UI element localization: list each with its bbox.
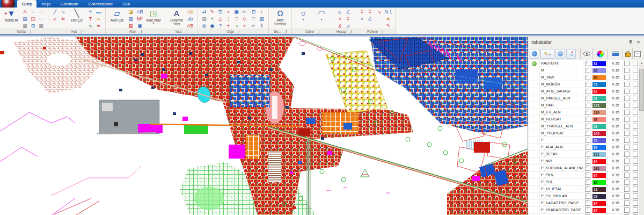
- lineweight-value[interactable]: 0.15: [608, 193, 623, 199]
- layer-row-m-yazi[interactable]: M_YAZI850.15: [529, 74, 643, 81]
- lock-icon[interactable]: [623, 48, 632, 59]
- visibility-checkbox[interactable]: [583, 179, 592, 185]
- color-swatch[interactable]: 73: [592, 81, 608, 88]
- visibility-checkbox[interactable]: [583, 200, 592, 206]
- ribbon-tool-icon[interactable]: ‡: [344, 16, 352, 23]
- layer-row-p-ada-aln[interactable]: P_ADA_ALN890.15: [529, 144, 643, 151]
- ribbon-tool-icon[interactable]: ≋: [59, 16, 67, 23]
- lock-checkbox[interactable]: [623, 137, 631, 144]
- tab-kli-e[interactable]: Klişe: [36, 0, 55, 8]
- visibility-checkbox[interactable]: [583, 158, 592, 164]
- layer-row-p-ykadastro-pasif[interactable]: P_YKADASTRO_PASIF840.15: [529, 207, 643, 214]
- color-swatch[interactable]: 28: [592, 193, 608, 199]
- visibility-checkbox[interactable]: [583, 172, 592, 178]
- layer-row-p-pkn[interactable]: P_PKN840.15: [529, 172, 643, 179]
- lineweight-value[interactable]: 0.15: [608, 95, 623, 102]
- hat-iz-button[interactable]: ╲Hat Çiz: [68, 9, 85, 22]
- layer-row-m-m-r-r[interactable]: M_MÜRÜR730.15: [529, 81, 643, 88]
- layer-row-p-pol[interactable]: P_POL820.15: [529, 179, 643, 186]
- layer-row-m-yparsel-aln[interactable]: M_YPARSEL_ALN510.15: [529, 123, 643, 130]
- color-swatch[interactable]: 51: [592, 123, 608, 130]
- lineweight-value[interactable]: 0.15: [608, 74, 623, 81]
- lock-checkbox[interactable]: [623, 193, 631, 199]
- color-swatch[interactable]: 251: [592, 151, 608, 157]
- dialog-launcher-icon[interactable]: [380, 30, 383, 33]
- color-swatch[interactable]: 189: [592, 109, 608, 116]
- dinamik-yaz-button[interactable]: ADinamik Yazı: [168, 9, 185, 26]
- ribbon-tool-icon[interactable]: ∗: [384, 16, 392, 23]
- ribbon-tool-icon[interactable]: ▤: [21, 16, 29, 23]
- color-swatch[interactable]: 84: [592, 158, 608, 164]
- lineweight-value[interactable]: 0.15: [608, 165, 623, 171]
- ribbon-tool-icon[interactable]: ×: [224, 9, 232, 16]
- visibility-checkbox[interactable]: [583, 88, 592, 95]
- lock-checkbox[interactable]: [623, 81, 631, 88]
- lineweight-value[interactable]: 0.15: [608, 123, 623, 130]
- ribbon-tool-icon[interactable]: AB: [136, 9, 144, 16]
- lineweight-value[interactable]: 0.15: [608, 102, 623, 109]
- color-swatch[interactable]: 85: [592, 74, 608, 81]
- ribbon-tool-icon[interactable]: N.1: [384, 9, 392, 16]
- visibility-checkbox[interactable]: [583, 144, 592, 150]
- map-viewport[interactable]: [0, 37, 528, 215]
- alan-iz-button[interactable]: ▱Alan Çiz: [108, 9, 126, 22]
- scroll-up-icon[interactable]: ▲: [639, 60, 644, 66]
- lineweight-value[interactable]: 0.15: [608, 88, 623, 95]
- layer-row-m-yruhsat[interactable]: M_YRUHSAT1090.15: [529, 130, 643, 137]
- lock-checkbox[interactable]: [623, 102, 631, 109]
- layer-row-p-ev-yikilan[interactable]: P_EV_YIKILAN280.15: [529, 193, 643, 200]
- layer-row-m-par[interactable]: M_PAR1230.15: [529, 102, 643, 109]
- lock-checkbox[interactable]: [623, 207, 631, 213]
- lock-checkbox[interactable]: [623, 172, 631, 178]
- lock-checkbox[interactable]: [623, 123, 631, 130]
- fit-icon[interactable]: [632, 48, 642, 59]
- ribbon-tool-icon[interactable]: ×: [358, 16, 366, 23]
- visibility-checkbox[interactable]: [583, 207, 592, 213]
- visibility-checkbox[interactable]: [583, 116, 592, 123]
- chevron-down-icon[interactable]: ▾: [302, 18, 304, 21]
- lock-checkbox[interactable]: [623, 74, 631, 81]
- dialog-launcher-icon[interactable]: [79, 30, 82, 33]
- color-swatch[interactable]: 93: [592, 116, 608, 123]
- tab-22a[interactable]: 22A: [118, 0, 135, 8]
- visibility-checkbox[interactable]: [583, 151, 592, 157]
- lock-checkbox[interactable]: [623, 151, 631, 157]
- lineweight-value[interactable]: 0.15: [608, 151, 623, 157]
- visibility-checkbox[interactable]: [583, 193, 592, 199]
- lock-checkbox[interactable]: [623, 200, 631, 206]
- visibility-checkbox[interactable]: [583, 123, 592, 130]
- ribbon-tool-icon[interactable]: ◪: [127, 9, 135, 16]
- lock-checkbox[interactable]: [623, 158, 631, 164]
- lineweight-value[interactable]: 0.15: [608, 60, 623, 67]
- lineweight-value[interactable]: 0.15: [608, 137, 623, 144]
- layer-row-p-kadastro-pasif[interactable]: P_KADASTRO_PASIF840.15: [529, 200, 643, 207]
- ribbon-tool-icon[interactable]: △: [216, 16, 224, 23]
- ribbon-tool-icon[interactable]: ▨: [258, 16, 266, 23]
- layer-row-p-koruma-alani-pasi[interactable]: P_KORUMA_ALANI_PASI1860.15: [529, 165, 643, 172]
- visibility-checkbox[interactable]: [583, 186, 592, 192]
- visibility-checkbox[interactable]: [583, 74, 592, 81]
- ribbon-tool-icon[interactable]: ◇: [240, 16, 248, 23]
- lineweight-value[interactable]: 0.15: [608, 172, 623, 178]
- visibility-checkbox[interactable]: [583, 137, 592, 144]
- ribbon-tool-icon[interactable]: ╱: [51, 9, 59, 16]
- ribbon-tool-icon[interactable]: ▣: [232, 9, 240, 16]
- ribbon-tool-icon[interactable]: ✂: [240, 9, 248, 16]
- layer-row-m-parsel-aln[interactable]: M_PARSEL_ALN510.15: [529, 95, 643, 102]
- lineweight-value[interactable]: 0.15: [608, 186, 623, 192]
- ribbon-tool-icon[interactable]: A: [21, 9, 29, 16]
- dialog-launcher-icon[interactable]: [184, 30, 187, 33]
- dialog-launcher-icon[interactable]: [348, 30, 352, 33]
- lineweight-value[interactable]: 0.15: [608, 109, 623, 116]
- lock-checkbox[interactable]: [623, 109, 631, 116]
- color-swatch[interactable]: 76: [592, 137, 608, 144]
- ribbon-tool-icon[interactable]: ≡: [94, 16, 103, 23]
- color-swatch[interactable]: 13: [592, 186, 608, 192]
- layer-list-scrollbar[interactable]: ▲: [639, 60, 644, 215]
- dialog-launcher-icon[interactable]: [283, 30, 287, 33]
- layer-row-p[interactable]: P760.15: [529, 137, 643, 144]
- ribbon-tool-icon[interactable]: ∠: [366, 16, 374, 23]
- ribbon-tool-icon[interactable]: ∷: [37, 9, 45, 16]
- lock-checkbox[interactable]: [623, 130, 631, 137]
- ribbon-tool-icon[interactable]: Ab: [186, 9, 194, 16]
